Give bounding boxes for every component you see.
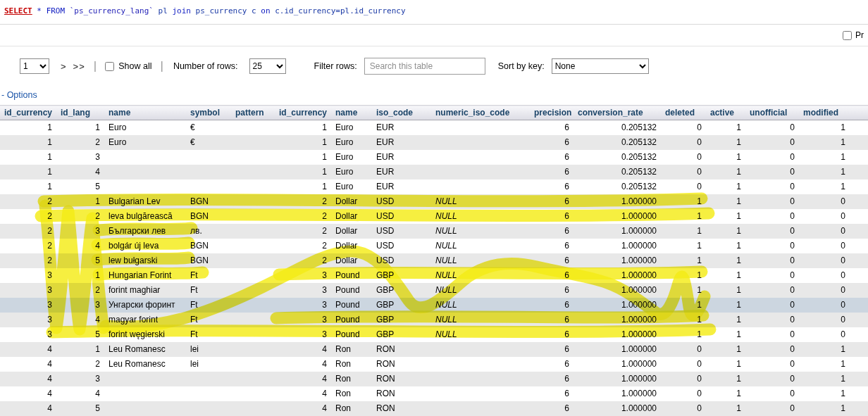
cell[interactable]: 1 <box>799 135 850 150</box>
cell[interactable]: Ron <box>331 401 372 416</box>
cell[interactable]: 3 <box>0 313 56 327</box>
cell[interactable]: Dollar <box>331 194 372 209</box>
cell[interactable]: 6 <box>530 224 574 239</box>
cell[interactable]: 4 <box>56 386 104 401</box>
cell[interactable] <box>104 386 186 401</box>
cell[interactable]: 1 <box>56 268 104 283</box>
cell[interactable]: 5 <box>56 401 104 416</box>
cell[interactable]: RON <box>372 386 431 401</box>
cell[interactable]: 3 <box>56 372 104 386</box>
cell[interactable]: 2 <box>56 209 104 224</box>
column-header-id_lang[interactable]: id_lang <box>56 106 104 120</box>
cell[interactable]: 1.000000 <box>574 209 661 224</box>
cell[interactable]: 1 <box>706 372 745 386</box>
column-header-id_currency[interactable]: id_currency <box>0 106 56 120</box>
cell[interactable]: 3 <box>0 268 56 283</box>
cell[interactable]: 0 <box>661 401 706 416</box>
cell[interactable]: 4 <box>275 372 331 386</box>
cell[interactable]: 1.000000 <box>574 327 661 342</box>
cell[interactable]: 0 <box>799 239 850 253</box>
column-header-iso_code[interactable]: iso_code <box>372 106 431 120</box>
cell[interactable]: 1 <box>56 120 104 136</box>
cell[interactable]: 0.205132 <box>574 150 661 165</box>
cell[interactable]: 1 <box>0 150 56 165</box>
cell[interactable]: BGN <box>186 194 231 209</box>
cell[interactable]: NULL <box>431 194 530 209</box>
cell[interactable]: 0.205132 <box>574 179 661 194</box>
cell[interactable]: 6 <box>530 165 574 179</box>
cell[interactable]: Euro <box>104 135 186 150</box>
cell[interactable]: 4 <box>0 357 56 372</box>
column-header-pattern[interactable]: pattern <box>231 106 275 120</box>
cell[interactable]: 0 <box>661 135 706 150</box>
column-header-symbol[interactable]: symbol <box>186 106 231 120</box>
cell[interactable]: 6 <box>530 298 574 313</box>
cell[interactable] <box>231 120 275 136</box>
cell[interactable] <box>231 135 275 150</box>
cell[interactable]: 0 <box>745 165 799 179</box>
cell[interactable]: 0 <box>745 357 799 372</box>
cell[interactable]: Ron <box>331 372 372 386</box>
cell[interactable]: 1 <box>661 239 706 253</box>
cell[interactable]: Pound <box>331 283 372 298</box>
cell[interactable]: 4 <box>0 372 56 386</box>
cell[interactable]: 3 <box>0 298 56 313</box>
cell[interactable]: 6 <box>530 372 574 386</box>
cell[interactable]: 1 <box>706 327 745 342</box>
cell[interactable]: 1 <box>661 224 706 239</box>
cell[interactable]: 2 <box>56 283 104 298</box>
cell[interactable]: 6 <box>530 386 574 401</box>
cell[interactable]: 3 <box>56 224 104 239</box>
cell[interactable]: Унгарски форинт <box>104 298 186 313</box>
cell[interactable] <box>431 357 530 372</box>
cell[interactable]: EUR <box>372 135 431 150</box>
cell[interactable]: Pound <box>331 268 372 283</box>
cell[interactable] <box>231 298 275 313</box>
cell[interactable]: Dollar <box>331 253 372 268</box>
cell[interactable]: Euro <box>331 165 372 179</box>
cell[interactable]: 0 <box>745 239 799 253</box>
cell[interactable]: 1 <box>799 401 850 416</box>
cell[interactable]: 0 <box>799 224 850 239</box>
cell[interactable]: USD <box>372 194 431 209</box>
cell[interactable] <box>186 165 231 179</box>
cell[interactable] <box>231 401 275 416</box>
cell[interactable]: 0 <box>745 372 799 386</box>
cell[interactable]: 2 <box>275 224 331 239</box>
cell[interactable]: 2 <box>275 194 331 209</box>
cell[interactable]: EUR <box>372 120 431 136</box>
cell[interactable]: 4 <box>275 342 331 357</box>
cell[interactable]: 6 <box>530 401 574 416</box>
cell[interactable] <box>231 327 275 342</box>
cell[interactable]: 1.000000 <box>574 239 661 253</box>
cell[interactable]: Dollar <box>331 224 372 239</box>
cell[interactable]: 1 <box>661 298 706 313</box>
next-page-button[interactable]: > <box>61 61 66 72</box>
cell[interactable]: USD <box>372 224 431 239</box>
cell[interactable]: 1 <box>799 342 850 357</box>
cell[interactable]: GBP <box>372 268 431 283</box>
cell[interactable]: 4 <box>56 313 104 327</box>
cell[interactable]: 1 <box>706 150 745 165</box>
cell[interactable] <box>231 372 275 386</box>
cell[interactable]: 1 <box>799 386 850 401</box>
cell[interactable]: 0 <box>745 253 799 268</box>
cell[interactable]: 1 <box>706 120 745 136</box>
cell[interactable] <box>231 239 275 253</box>
cell[interactable]: 0 <box>661 342 706 357</box>
cell[interactable]: 1.000000 <box>574 401 661 416</box>
cell[interactable]: 0 <box>745 313 799 327</box>
cell[interactable]: 1 <box>0 179 56 194</box>
column-header-modified[interactable]: modified <box>799 106 850 120</box>
cell[interactable]: 1 <box>706 357 745 372</box>
cell[interactable]: 2 <box>0 224 56 239</box>
cell[interactable] <box>231 386 275 401</box>
cell[interactable]: 0 <box>799 194 850 209</box>
cell[interactable] <box>231 342 275 357</box>
sql-keyword-select[interactable]: SELECT <box>4 6 32 15</box>
cell[interactable] <box>431 150 530 165</box>
cell[interactable]: 5 <box>56 327 104 342</box>
cell[interactable]: 4 <box>56 165 104 179</box>
cell[interactable]: 0 <box>799 298 850 313</box>
cell[interactable]: USD <box>372 239 431 253</box>
